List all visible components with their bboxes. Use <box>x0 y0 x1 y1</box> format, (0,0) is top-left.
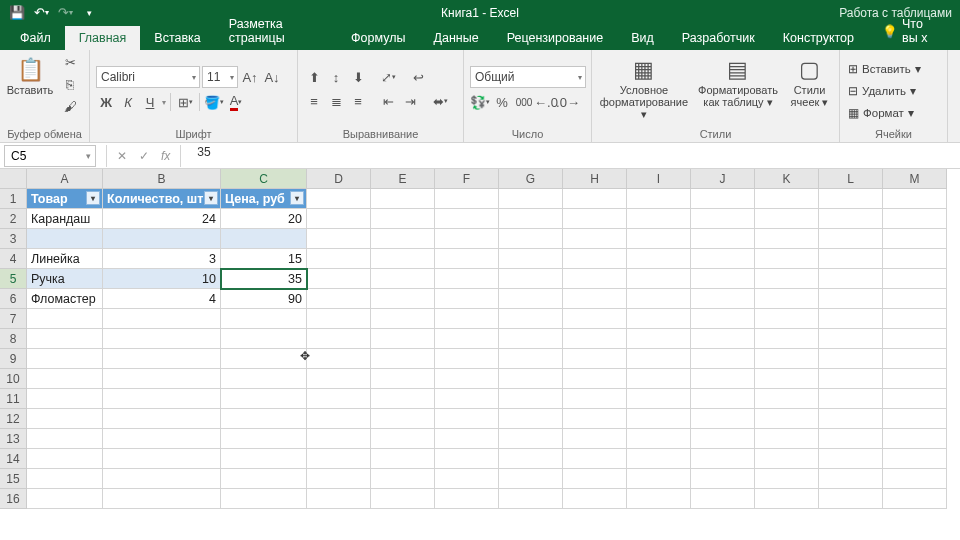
cell-K14[interactable] <box>755 449 819 469</box>
cell-K4[interactable] <box>755 249 819 269</box>
cell-G5[interactable] <box>499 269 563 289</box>
cell-H15[interactable] <box>563 469 627 489</box>
cell-B7[interactable] <box>103 309 221 329</box>
cell-I6[interactable] <box>627 289 691 309</box>
cell-D11[interactable] <box>307 389 371 409</box>
col-header-J[interactable]: J <box>691 169 755 189</box>
cell-L1[interactable] <box>819 189 883 209</box>
cell-B16[interactable] <box>103 489 221 509</box>
cell-K3[interactable] <box>755 229 819 249</box>
cell-E10[interactable] <box>371 369 435 389</box>
cell-E9[interactable] <box>371 349 435 369</box>
decrease-decimal-icon[interactable]: .0→ <box>558 92 578 112</box>
cell-F8[interactable] <box>435 329 499 349</box>
cell-H2[interactable] <box>563 209 627 229</box>
cell-D7[interactable] <box>307 309 371 329</box>
cell-D14[interactable] <box>307 449 371 469</box>
align-center-icon[interactable]: ≣ <box>326 91 346 111</box>
font-color-button[interactable]: A▾ <box>226 92 246 112</box>
cell-I7[interactable] <box>627 309 691 329</box>
cell-M12[interactable] <box>883 409 947 429</box>
row-header-2[interactable]: 2 <box>0 209 27 229</box>
cell-H10[interactable] <box>563 369 627 389</box>
cell-M1[interactable] <box>883 189 947 209</box>
cell-F4[interactable] <box>435 249 499 269</box>
col-header-H[interactable]: H <box>563 169 627 189</box>
cell-D1[interactable] <box>307 189 371 209</box>
insert-cells-button[interactable]: ⊞Вставить ▾ <box>846 59 923 79</box>
cell-I15[interactable] <box>627 469 691 489</box>
cells-area[interactable]: Товар▾Количество, шт▾Цена, руб▾Карандаш2… <box>27 189 947 509</box>
cell-G8[interactable] <box>499 329 563 349</box>
cell-J8[interactable] <box>691 329 755 349</box>
row-header-8[interactable]: 8 <box>0 329 27 349</box>
cell-H7[interactable] <box>563 309 627 329</box>
cell-E3[interactable] <box>371 229 435 249</box>
cell-K10[interactable] <box>755 369 819 389</box>
cell-I14[interactable] <box>627 449 691 469</box>
cell-A14[interactable] <box>27 449 103 469</box>
tab-developer[interactable]: Разработчик <box>668 26 769 50</box>
cell-E5[interactable] <box>371 269 435 289</box>
cell-L5[interactable] <box>819 269 883 289</box>
cell-H9[interactable] <box>563 349 627 369</box>
spreadsheet-grid[interactable]: ABCDEFGHIJKLM 12345678910111213141516 То… <box>0 169 960 540</box>
cell-G7[interactable] <box>499 309 563 329</box>
col-header-C[interactable]: C <box>221 169 307 189</box>
col-header-I[interactable]: I <box>627 169 691 189</box>
cell-A8[interactable] <box>27 329 103 349</box>
row-header-16[interactable]: 16 <box>0 489 27 509</box>
cell-D16[interactable] <box>307 489 371 509</box>
cell-E4[interactable] <box>371 249 435 269</box>
cell-L2[interactable] <box>819 209 883 229</box>
cell-C6[interactable]: 90 <box>221 289 307 309</box>
cell-B3[interactable] <box>103 229 221 249</box>
align-left-icon[interactable]: ≡ <box>304 91 324 111</box>
cell-M5[interactable] <box>883 269 947 289</box>
select-all-button[interactable] <box>0 169 27 189</box>
cell-H8[interactable] <box>563 329 627 349</box>
conditional-formatting-button[interactable]: ▦ Условное форматирование ▾ <box>598 52 690 124</box>
save-icon[interactable]: 💾 <box>6 2 28 24</box>
cell-F11[interactable] <box>435 389 499 409</box>
col-header-B[interactable]: B <box>103 169 221 189</box>
font-size-select[interactable]: 11 <box>202 66 238 88</box>
row-header-12[interactable]: 12 <box>0 409 27 429</box>
fill-color-button[interactable]: 🪣▾ <box>204 92 224 112</box>
cell-E8[interactable] <box>371 329 435 349</box>
cell-G12[interactable] <box>499 409 563 429</box>
cell-K5[interactable] <box>755 269 819 289</box>
cell-L9[interactable] <box>819 349 883 369</box>
percent-icon[interactable]: % <box>492 92 512 112</box>
cell-E16[interactable] <box>371 489 435 509</box>
increase-font-icon[interactable]: A↑ <box>240 67 260 87</box>
cell-F13[interactable] <box>435 429 499 449</box>
align-middle-icon[interactable]: ↕ <box>326 67 346 87</box>
cell-I4[interactable] <box>627 249 691 269</box>
cell-I3[interactable] <box>627 229 691 249</box>
copy-icon[interactable]: ⎘ <box>60 74 80 94</box>
cell-L12[interactable] <box>819 409 883 429</box>
tab-formulas[interactable]: Формулы <box>337 26 419 50</box>
format-cells-button[interactable]: ▦Формат ▾ <box>846 103 916 123</box>
merge-cells-icon[interactable]: ⬌▾ <box>430 91 450 111</box>
cell-H13[interactable] <box>563 429 627 449</box>
cell-C14[interactable] <box>221 449 307 469</box>
cell-B10[interactable] <box>103 369 221 389</box>
cell-I5[interactable] <box>627 269 691 289</box>
cell-L13[interactable] <box>819 429 883 449</box>
cell-M7[interactable] <box>883 309 947 329</box>
cell-A16[interactable] <box>27 489 103 509</box>
cell-L7[interactable] <box>819 309 883 329</box>
currency-icon[interactable]: 💱▾ <box>470 92 490 112</box>
cell-J1[interactable] <box>691 189 755 209</box>
cell-B8[interactable] <box>103 329 221 349</box>
col-header-M[interactable]: M <box>883 169 947 189</box>
cell-H4[interactable] <box>563 249 627 269</box>
decrease-indent-icon[interactable]: ⇤ <box>378 91 398 111</box>
align-right-icon[interactable]: ≡ <box>348 91 368 111</box>
cell-A13[interactable] <box>27 429 103 449</box>
align-bottom-icon[interactable]: ⬇ <box>348 67 368 87</box>
cell-A9[interactable] <box>27 349 103 369</box>
cell-K12[interactable] <box>755 409 819 429</box>
